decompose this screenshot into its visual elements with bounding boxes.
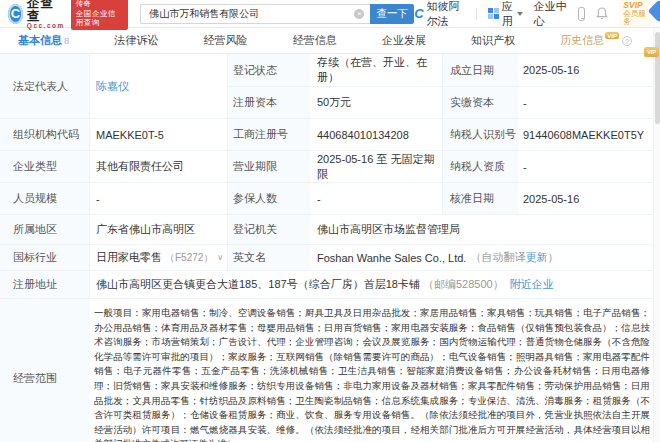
company-type-value: 其他有限责任公司	[90, 151, 228, 182]
approval-date-value: 2025-05-16	[518, 183, 660, 214]
tab-operating-risk[interactable]: 经营风险	[203, 33, 247, 48]
table-row: 经营范围 一般项目：家用电器销售；制冷、空调设备销售；厨具卫具及日用杂品批发；家…	[0, 299, 660, 442]
brand-slogan-badge: 传奇 全国企业信用查询	[71, 0, 128, 30]
auto-translate-note: （自动翻译	[470, 250, 525, 265]
table-subrow: 注册资本 50万元 实缴资本 -	[228, 86, 660, 118]
insured-label: 参保人数	[228, 183, 310, 214]
table-row: 人员规模 - 参保人数 - 核准日期 2025-05-16	[0, 183, 660, 215]
zhibi-alpha-link[interactable]: C 知彼阿尔法	[414, 0, 465, 29]
address-label: 注册地址	[0, 271, 90, 298]
scope-value: 一般项目：家用电器销售；制冷、空调设备销售；厨具卫具及日用杂品批发；家居用品销售…	[90, 299, 660, 442]
scope-label: 经营范围	[0, 299, 90, 442]
reg-authority-value: 佛山市高明区市场监督管理局	[310, 215, 660, 244]
table-row: 组织机构代码 MAEKKE0T-5 工商注册号 440684010134208 …	[0, 119, 660, 151]
tab-history-info[interactable]: 历史信息 VIP ?	[560, 33, 632, 48]
notification-bell-icon[interactable]	[596, 7, 608, 20]
industry-code: （F5272）	[165, 251, 213, 265]
industry-label: 国标行业	[0, 245, 90, 270]
industry-value: 日用家电零售 （F5272） ∨	[90, 245, 228, 270]
auto-translate-note-end: ）	[547, 250, 558, 265]
reg-status-label: 登记状态	[228, 54, 310, 86]
section-tabs: 基本信息8 法律诉讼 经营风险 经营信息 企业发展 知识产权 历史信息 VIP …	[0, 28, 660, 54]
tab-label: 基本信息	[18, 34, 62, 46]
vip-badge: VIP	[605, 32, 619, 39]
tab-count: 8	[64, 36, 69, 46]
apps-grid-icon	[488, 8, 499, 19]
tab-company-development[interactable]: 企业发展	[382, 33, 426, 48]
brand-name: 企查查	[27, 0, 65, 22]
reg-status-value: 存续（在营、开业、在册）	[310, 54, 443, 86]
tab-label: 历史信息	[560, 33, 604, 48]
biz-reg-no-value: 440684010134208	[310, 119, 443, 150]
est-date-label: 成立日期	[443, 54, 518, 86]
brand-domain: Qcc.com	[27, 23, 65, 30]
english-name-value: Foshan Wanhe Sales Co., Ltd. （自动翻译更新）	[310, 245, 660, 270]
staff-size-value: -	[90, 183, 228, 214]
industry-name: 日用家电零售	[96, 250, 162, 265]
clear-search-icon[interactable]: ×	[354, 9, 364, 19]
search-input[interactable]	[140, 4, 370, 24]
tab-intellectual-property[interactable]: 知识产权	[471, 33, 515, 48]
qcc-logo[interactable]: C 企查查 Qcc.com 传奇 全国企业信用查询	[8, 0, 128, 30]
table-subrow: 登记状态 存续（在营、开业、在册） 成立日期 2025-05-16	[228, 54, 660, 86]
qcc-logo-text: 企查查 Qcc.com	[27, 0, 65, 30]
org-code-value: MAEKKE0T-5	[90, 119, 228, 150]
region-value: 广东省佛山市高明区	[90, 215, 228, 244]
alpha-logo-icon: C	[414, 6, 423, 21]
tab-legal-litigation[interactable]: 法律诉讼	[114, 33, 158, 48]
taxpayer-id-label: 纳税人识别号	[443, 119, 518, 150]
nearby-companies-link[interactable]: 附近企业	[510, 277, 554, 292]
apps-menu[interactable]: 应用	[488, 0, 523, 29]
enterprise-center-link[interactable]: 企业中心	[534, 0, 567, 29]
vertical-scrollbar[interactable]	[653, 28, 660, 442]
table-row: 所属地区 广东省佛山市高明区 登记机关 佛山市高明区市场监督管理局	[0, 215, 660, 245]
alpha-label: 知彼阿尔法	[427, 0, 465, 29]
tab-operating-info[interactable]: 经营信息	[293, 33, 337, 48]
help-circle-icon[interactable]: ?	[622, 36, 632, 46]
biz-term-label: 营业期限	[228, 151, 310, 182]
legal-rep-link[interactable]: 陈嘉仪	[96, 79, 129, 94]
reg-capital-value: 50万元	[310, 87, 443, 118]
company-type-label: 企业类型	[0, 151, 90, 182]
translate-update-link[interactable]: 更新	[525, 250, 547, 265]
mobile-app-icon[interactable]	[578, 7, 585, 21]
search-button[interactable]: 查一下	[370, 4, 414, 24]
legal-rep-label: 法定代表人	[0, 54, 90, 118]
est-date-value: 2025-05-16	[518, 54, 660, 86]
legal-rep-value: 陈嘉仪	[90, 54, 228, 118]
top-nav: C 知彼阿尔法 应用 企业中心 SVIP 会员服务	[414, 0, 650, 29]
address-zip: （邮编528500）	[423, 277, 504, 292]
taxpayer-qual-label: 纳税人资质	[443, 151, 518, 182]
qcc-logo-icon: C	[8, 4, 23, 24]
taxpayer-id-value: 91440608MAEKKE0T5Y	[518, 119, 660, 150]
reg-authority-label: 登记机关	[228, 215, 310, 244]
region-label: 所属地区	[0, 215, 90, 244]
english-name-text: Foshan Wanhe Sales Co., Ltd.	[317, 252, 466, 264]
paid-capital-value: -	[518, 87, 660, 118]
search-bar: × 查一下	[140, 4, 414, 24]
biz-reg-no-label: 工商注册号	[228, 119, 310, 150]
apps-label: 应用	[502, 0, 513, 29]
floating-vip-badge[interactable]: VIP	[644, 47, 659, 57]
address-value: 佛山市高明区更合镇更合大道185、187号（综合厂房）首层18卡铺 （邮编528…	[90, 271, 660, 298]
tab-basic-info[interactable]: 基本信息8	[18, 33, 69, 48]
caret-down-icon	[517, 12, 523, 16]
org-code-label: 组织机构代码	[0, 119, 90, 150]
staff-size-label: 人员规模	[0, 183, 90, 214]
svip-sublabel: 会员服务	[623, 10, 646, 27]
approval-date-label: 核准日期	[443, 183, 518, 214]
scrollbar-thumb[interactable]	[655, 32, 660, 124]
table-row: 企业类型 其他有限责任公司 营业期限 2025-05-16 至 无固定期限 纳税…	[0, 151, 660, 183]
table-row: 注册地址 佛山市高明区更合镇更合大道185、187号（综合厂房）首层18卡铺 （…	[0, 271, 660, 299]
slogan-line1: 传奇	[76, 0, 123, 9]
row1-right: 登记状态 存续（在营、开业、在册） 成立日期 2025-05-16 注册资本 5…	[228, 54, 660, 118]
reg-capital-label: 注册资本	[228, 87, 310, 118]
table-row: 法定代表人 陈嘉仪 登记状态 存续（在营、开业、在册） 成立日期 2025-05…	[0, 54, 660, 119]
paid-capital-label: 实缴资本	[443, 87, 518, 118]
svip-member-button[interactable]: SVIP 会员服务	[619, 0, 650, 27]
chevron-down-icon[interactable]: ∨	[217, 253, 223, 262]
table-row: 国标行业 日用家电零售 （F5272） ∨ 英文名 Foshan Wanhe S…	[0, 245, 660, 271]
address-text: 佛山市高明区更合镇更合大道185、187号（综合厂房）首层18卡铺	[96, 277, 420, 292]
biz-term-value: 2025-05-16 至 无固定期限	[310, 151, 443, 182]
english-name-label: 英文名	[228, 245, 310, 270]
